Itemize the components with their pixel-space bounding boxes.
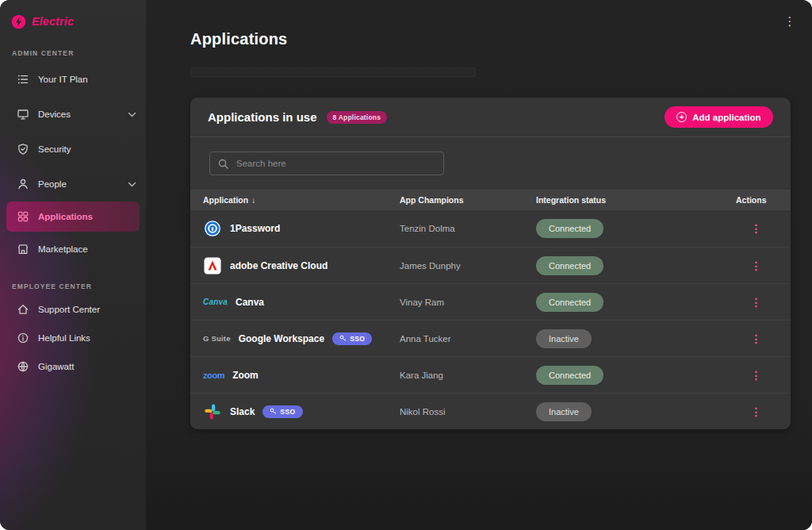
application-cell: Canva Canva (203, 293, 400, 312)
applications-grid-icon (17, 210, 29, 223)
table-row: 1Password Tenzin Dolma Connected ⋮ (190, 210, 791, 247)
table-row: Canva Canva Vinay Ram Connected ⋮ (190, 283, 791, 320)
table-row: Slack SSO Nikol Rossi Inactive ⋮ (190, 393, 791, 429)
electric-logo-icon (11, 14, 26, 29)
admin-nav: Your IT Plan Devices Security (0, 62, 146, 267)
add-application-button[interactable]: + Add application (665, 106, 772, 128)
app-name: adobe Creative Cloud (230, 260, 327, 271)
info-icon (17, 332, 29, 344)
column-header-application[interactable]: Application↓ (203, 195, 400, 205)
add-application-label: Add application (692, 113, 760, 122)
zoom-logo: zoom (203, 366, 224, 385)
sort-desc-icon: ↓ (251, 196, 255, 205)
row-kebab-menu-icon[interactable]: ⋮ (746, 368, 767, 382)
faint-panel (190, 67, 476, 77)
sidebar-item-devices[interactable]: Devices (0, 97, 146, 132)
page-title: Applications (190, 0, 791, 48)
column-header-integration-status: Integration status (536, 195, 736, 205)
champion-cell: Kara Jiang (400, 371, 536, 380)
sidebar-item-gigawatt[interactable]: Gigawatt (0, 352, 146, 381)
sidebar-item-label: Helpful Links (38, 333, 90, 343)
sidebar-item-label: Gigawatt (38, 362, 74, 371)
sso-badge: SSO (262, 405, 302, 418)
status-badge: Inactive (536, 402, 592, 421)
application-cell: Slack SSO (203, 402, 400, 421)
row-kebab-menu-icon[interactable]: ⋮ (746, 259, 767, 273)
column-header-app-champions: App Champions (400, 195, 536, 205)
canva-logo: Canva (203, 293, 228, 312)
sidebar-item-label: Marketplace (38, 244, 88, 254)
champion-cell: Tenzin Dolma (400, 224, 536, 233)
sso-label: SSO (280, 408, 295, 416)
applications-card: Applications in use 8 Applications + Add… (190, 98, 791, 429)
row-kebab-menu-icon[interactable]: ⋮ (746, 405, 767, 419)
chevron-down-icon (128, 110, 136, 119)
sidebar-item-security[interactable]: Security (0, 132, 146, 167)
status-cell: Connected (536, 366, 736, 385)
sidebar-item-helpful-links[interactable]: Helpful Links (0, 324, 146, 352)
people-icon (17, 178, 29, 190)
search-box (209, 152, 444, 175)
search-input[interactable] (235, 158, 435, 169)
row-kebab-menu-icon[interactable]: ⋮ (746, 295, 767, 309)
column-header-actions: Actions (736, 195, 778, 205)
app-name: Slack (230, 406, 255, 417)
table-header-row: Application↓ App Champions Integration s… (190, 190, 791, 210)
sidebar-item-label: Support Center (38, 305, 100, 314)
actions-cell: ⋮ (736, 332, 778, 346)
home-icon (17, 303, 29, 316)
status-cell: Connected (536, 256, 736, 275)
champion-cell: Nikol Rossi (400, 407, 536, 417)
main-content: ⋮ Applications Applications in use 8 App… (146, 0, 812, 530)
table-body: 1Password Tenzin Dolma Connected ⋮ adobe… (190, 210, 791, 429)
security-shield-icon (17, 143, 29, 156)
sidebar-item-applications[interactable]: Applications (6, 202, 140, 232)
champion-cell: Vinay Ram (400, 298, 536, 307)
slack-logo (203, 402, 222, 421)
sidebar-item-your-it-plan[interactable]: Your IT Plan (0, 62, 146, 97)
key-icon (270, 408, 277, 415)
status-badge: Inactive (536, 329, 592, 348)
row-kebab-menu-icon[interactable]: ⋮ (746, 221, 767, 236)
globe-icon (17, 360, 29, 373)
plus-circle-icon: + (676, 112, 687, 122)
sidebar: Electric ADMIN CENTER Your IT Plan Devic… (0, 0, 146, 530)
champion-cell: James Dunphy (400, 261, 536, 271)
key-icon (339, 335, 347, 342)
app-name: 1Password (230, 223, 280, 234)
applications-count-badge: 8 Applications (327, 111, 388, 124)
application-cell: G Suite Google Workspace SSO (203, 329, 400, 348)
status-badge: Connected (536, 256, 603, 275)
marketplace-icon (17, 243, 29, 255)
sidebar-item-marketplace[interactable]: Marketplace (0, 232, 146, 267)
actions-cell: ⋮ (736, 295, 778, 309)
application-cell: zoom Zoom (203, 366, 400, 385)
card-header: Applications in use 8 Applications + Add… (190, 98, 791, 137)
sidebar-item-support-center[interactable]: Support Center (0, 295, 146, 324)
status-badge: Connected (536, 219, 603, 238)
adobe-logo (203, 256, 222, 275)
sidebar-item-label: Applications (38, 212, 93, 221)
page-kebab-menu-icon[interactable]: ⋮ (780, 13, 800, 29)
status-badge: Connected (536, 366, 603, 385)
actions-cell: ⋮ (736, 368, 778, 382)
table-row: G Suite Google Workspace SSO Anna Tucker… (190, 320, 791, 356)
status-cell: Connected (536, 293, 736, 312)
sidebar-item-label: Your IT Plan (38, 75, 88, 84)
sidebar-item-people[interactable]: People (0, 167, 146, 202)
sidebar-item-label: Devices (38, 109, 71, 119)
status-cell: Connected (536, 219, 736, 238)
brand-name: Electric (32, 15, 74, 28)
section-label-employee: EMPLOYEE CENTER (0, 282, 146, 290)
app-window: Electric ADMIN CENTER Your IT Plan Devic… (0, 0, 812, 530)
section-label-admin: ADMIN CENTER (0, 49, 146, 57)
table-row: zoom Zoom Kara Jiang Connected ⋮ (190, 356, 791, 393)
actions-cell: ⋮ (736, 221, 778, 236)
search-icon (218, 159, 228, 169)
row-kebab-menu-icon[interactable]: ⋮ (746, 332, 767, 346)
actions-cell: ⋮ (736, 259, 778, 273)
devices-icon (17, 108, 29, 121)
gsuite-logo: G Suite (203, 329, 231, 348)
sidebar-item-label: Security (38, 144, 71, 154)
status-cell: Inactive (536, 402, 736, 421)
